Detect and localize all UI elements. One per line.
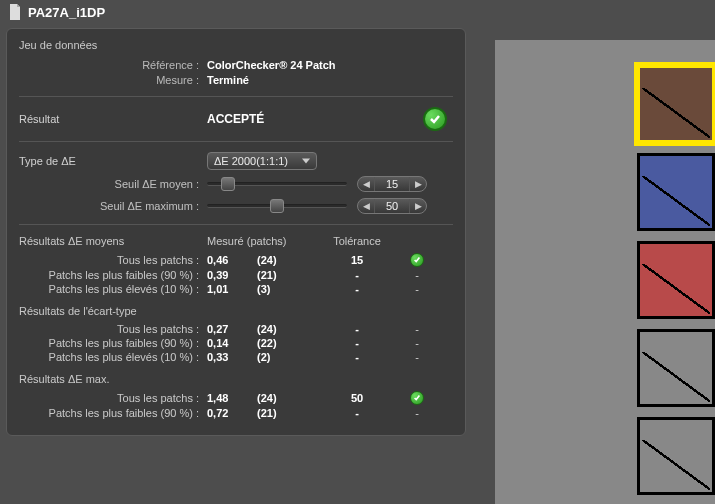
measure-value: Terminé — [207, 74, 249, 86]
avg-results-heading: Résultats ΔE moyens — [19, 235, 207, 247]
stepper-increment[interactable]: ▶ — [410, 177, 426, 191]
dataset-heading: Jeu de données — [19, 39, 453, 51]
table-row: Patchs les plus élevés (10 %) : 0,33 (2)… — [19, 351, 453, 363]
max-threshold-stepper[interactable]: ◀ 50 ▶ — [357, 198, 427, 214]
avg-threshold-value: 15 — [374, 177, 410, 191]
table-row: Patchs les plus faibles (90 %) : 0,39 (2… — [19, 269, 453, 281]
separator — [19, 96, 453, 97]
max-threshold-slider[interactable] — [207, 204, 347, 208]
accepted-check-icon — [423, 107, 447, 131]
table-row: Patchs les plus faibles (90 %) : 0,14 (2… — [19, 337, 453, 349]
table-row: Tous les patchs : 0,27 (24) - - — [19, 323, 453, 335]
ref-label: Référence : — [19, 59, 207, 71]
window-titlebar: PA27A_i1DP — [0, 0, 715, 24]
table-row: Patchs les plus faibles (90 %) : 0,72 (2… — [19, 407, 453, 419]
result-label: Résultat — [19, 113, 207, 125]
table-row: Patchs les plus élevés (10 %) : 1,01 (3)… — [19, 283, 453, 295]
document-icon — [8, 4, 22, 20]
avg-threshold-stepper[interactable]: ◀ 15 ▶ — [357, 176, 427, 192]
separator — [19, 224, 453, 225]
color-swatch[interactable] — [637, 65, 715, 143]
stepper-decrement[interactable]: ◀ — [358, 199, 374, 213]
std-results-heading: Résultats de l'écart-type — [19, 305, 453, 317]
stepper-increment[interactable]: ▶ — [410, 199, 426, 213]
color-swatch[interactable] — [637, 153, 715, 231]
main-panel: Jeu de données Référence :ColorChecker® … — [6, 28, 466, 436]
deltae-type-dropdown[interactable]: ΔE 2000(1:1:1) — [207, 152, 317, 170]
ref-value: ColorChecker® 24 Patch — [207, 59, 336, 71]
color-swatch[interactable] — [637, 241, 715, 319]
col-tolerance: Tolérance — [317, 235, 397, 247]
avg-threshold-label: Seuil ΔE moyen : — [19, 178, 207, 190]
color-swatch[interactable] — [637, 329, 715, 407]
check-icon — [410, 253, 424, 267]
stepper-decrement[interactable]: ◀ — [358, 177, 374, 191]
deltae-type-label: Type de ΔE — [19, 155, 207, 167]
max-results-heading: Résultats ΔE max. — [19, 373, 453, 385]
avg-threshold-slider[interactable] — [207, 182, 347, 186]
table-row: Tous les patchs : 1,48 (24) 50 — [19, 391, 453, 405]
swatch-strip — [495, 40, 715, 504]
window-title: PA27A_i1DP — [28, 5, 105, 20]
color-swatch[interactable] — [637, 417, 715, 495]
result-value: ACCEPTÉ — [207, 112, 423, 126]
col-measured: Mesuré (patchs) — [207, 235, 317, 247]
measure-label: Mesure : — [19, 74, 207, 86]
max-threshold-label: Seuil ΔE maximum : — [19, 200, 207, 212]
max-threshold-value: 50 — [374, 199, 410, 213]
table-row: Tous les patchs : 0,46 (24) 15 — [19, 253, 453, 267]
check-icon — [410, 391, 424, 405]
separator — [19, 141, 453, 142]
